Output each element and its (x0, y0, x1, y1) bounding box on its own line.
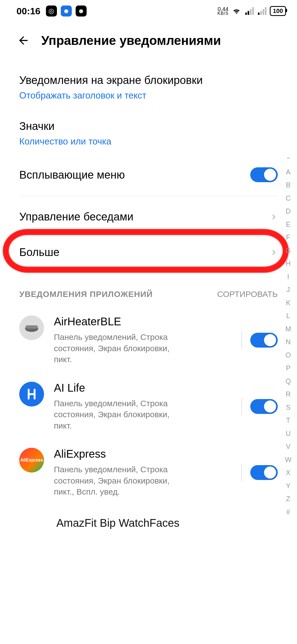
svg-rect-6 (263, 9, 264, 15)
alpha-letter[interactable]: O (283, 349, 293, 362)
svg-rect-9 (26, 325, 38, 329)
row-title: Уведомления на экране блокировки (19, 74, 278, 86)
chevron-right-icon (270, 249, 278, 256)
app-icon (19, 382, 44, 406)
wifi-icon (232, 7, 241, 15)
app-name: AliExpress (54, 448, 232, 460)
alpha-letter[interactable]: B (283, 179, 293, 192)
row-badges[interactable]: Значки Количество или точка (19, 110, 278, 156)
alpha-letter[interactable]: V (283, 440, 293, 453)
divider (19, 196, 278, 196)
app-row-airheaterble[interactable]: AirHeaterBLE Панель уведомлений, Строка … (19, 307, 278, 373)
alpha-letter[interactable]: Z (283, 492, 293, 506)
app-subtitle: Панель уведомлений, Строка состояния, Эк… (54, 464, 175, 498)
app-notifications-section-header: УВЕДОМЛЕНИЯ ПРИЛОЖЕНИЙ СОРТИРОВАТЬ (19, 276, 278, 307)
alpha-letter[interactable]: U (283, 427, 293, 440)
popup-toggle[interactable] (250, 167, 278, 182)
svg-rect-4 (258, 13, 260, 15)
notif-icon-1: ◎ (46, 6, 57, 17)
app-row-aliexpress[interactable]: AliExpress AliExpress Панель уведомлений… (19, 440, 278, 506)
alpha-letter[interactable]: D (283, 205, 293, 218)
svg-rect-7 (265, 7, 266, 15)
alpha-letter[interactable]: L (283, 309, 293, 323)
chevron-right-icon (270, 213, 278, 221)
alpha-letter[interactable]: I (283, 270, 293, 283)
alpha-letter[interactable]: C (283, 192, 293, 205)
alpha-letter[interactable]: F (283, 231, 293, 244)
app-name: AirHeaterBLE (54, 315, 232, 328)
row-title: Управление беседами (19, 211, 133, 223)
page-header: Управление уведомлениями (0, 22, 297, 64)
svg-rect-5 (260, 11, 262, 15)
section-label: УВЕДОМЛЕНИЯ ПРИЛОЖЕНИЙ (19, 290, 153, 299)
row-more[interactable]: Больше (19, 234, 278, 270)
divider (19, 273, 278, 273)
row-title: Значки (19, 120, 278, 132)
app-toggle[interactable] (250, 333, 278, 348)
alpha-letter[interactable]: M (283, 323, 293, 336)
svg-rect-2 (250, 9, 252, 15)
row-lockscreen-notifications[interactable]: Уведомления на экране блокировки Отображ… (19, 64, 278, 110)
alpha-letter[interactable]: P (283, 362, 293, 375)
scroll-top-icon[interactable]: ⌃ (283, 154, 293, 166)
row-subtitle: Отображать заголовок и текст (19, 90, 278, 101)
row-subtitle: Количество или точка (19, 136, 278, 147)
network-speed-unit: KB/S (218, 12, 229, 15)
svg-rect-3 (252, 7, 254, 15)
svg-rect-1 (248, 11, 249, 15)
alpha-letter[interactable]: A (283, 166, 293, 179)
notif-icon-2: ☻ (61, 6, 72, 17)
alpha-letter[interactable]: # (283, 506, 293, 519)
alpha-letter[interactable]: S (283, 401, 293, 414)
back-button[interactable] (16, 34, 30, 47)
alpha-letter[interactable]: T (283, 414, 293, 427)
app-subtitle: Панель уведомлений, Строка состояния, Эк… (54, 332, 175, 365)
alpha-letter[interactable]: J (283, 283, 293, 296)
notif-icon-3: ☻ (76, 6, 87, 17)
network-speed: 0.44 KB/S (218, 7, 229, 15)
sort-button[interactable]: СОРТИРОВАТЬ (217, 290, 278, 299)
alpha-letter[interactable]: H (283, 257, 293, 270)
status-bar: 00:16 ◎ ☻ ☻ 0.44 KB/S (0, 0, 297, 22)
svg-rect-0 (245, 13, 247, 15)
row-conversation-management[interactable]: Управление беседами (19, 199, 278, 234)
row-popup-menus[interactable]: Всплывающие меню (19, 156, 278, 193)
battery-indicator: 100 (270, 6, 286, 16)
app-row-ailife[interactable]: AI Life Панель уведомлений, Строка состо… (19, 373, 278, 440)
alpha-letter[interactable]: E (283, 218, 293, 231)
row-title: Всплывающие меню (19, 169, 125, 181)
alpha-letter[interactable]: X (283, 466, 293, 479)
alpha-letter[interactable]: G (283, 244, 293, 257)
app-name: AmazFit Bip WatchFaces (56, 517, 180, 529)
status-time: 00:16 (16, 6, 40, 17)
app-row-truncated[interactable]: AmazFit Bip WatchFaces (19, 506, 278, 529)
alpha-letter[interactable]: R (283, 388, 293, 401)
status-notification-icons: ◎ ☻ ☻ (46, 6, 87, 17)
alpha-letter[interactable]: Q (283, 375, 293, 388)
alpha-letter[interactable]: N (283, 335, 293, 349)
signal-icon-2 (257, 7, 266, 15)
arrow-left-icon (17, 34, 30, 47)
app-subtitle: Панель уведомлений, Строка состояния, Эк… (54, 398, 175, 432)
app-toggle[interactable] (250, 465, 278, 480)
row-title: Больше (19, 246, 59, 258)
alpha-letter[interactable]: W (283, 453, 293, 466)
separator (241, 464, 242, 481)
separator (241, 331, 242, 349)
app-name: AI Life (54, 382, 232, 394)
separator (241, 398, 242, 415)
alphabet-index[interactable]: ⌃ ABCDEFGHIJKLMNOPQRSTUVWXYZ# (283, 154, 293, 519)
app-toggle[interactable] (250, 399, 278, 414)
signal-icon-1 (244, 7, 254, 15)
app-icon: AliExpress (19, 448, 44, 473)
alpha-letter[interactable]: Y (283, 479, 293, 493)
alpha-letter[interactable]: K (283, 296, 293, 310)
page-title: Управление уведомлениями (41, 33, 221, 48)
app-icon (19, 315, 44, 340)
